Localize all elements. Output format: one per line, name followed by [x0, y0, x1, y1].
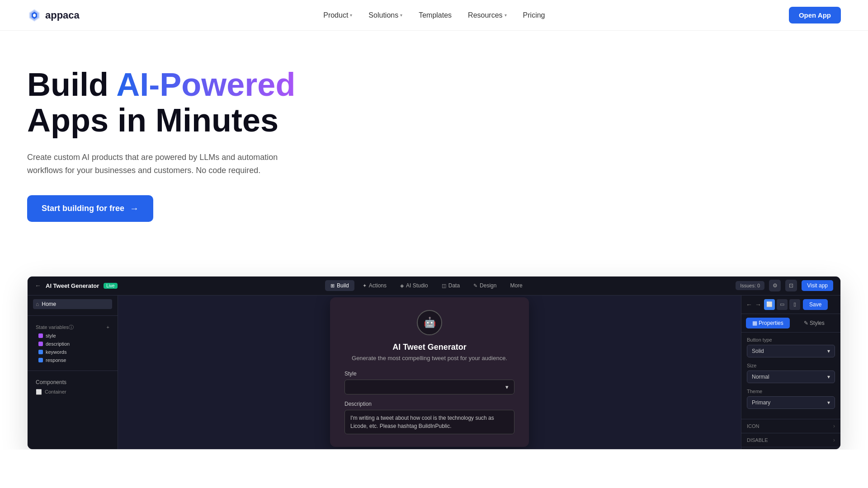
var-color-badge: [38, 358, 43, 362]
var-response[interactable]: response: [33, 356, 112, 364]
app-ui: ← AI Tweet Generator Live ⊞ Build ✦ Acti…: [28, 277, 840, 449]
tweet-gen-title: AI Tweet Generator: [344, 343, 514, 352]
sidebar-divider: [28, 315, 118, 316]
panel-row-interactions[interactable]: INTERACTIONS ›: [741, 447, 840, 449]
nav-product[interactable]: Product ▾: [323, 11, 352, 19]
app-topbar-right: Issues: 0 ⚙ ⊡ Visit app: [736, 280, 833, 291]
home-icon: ⌂: [36, 301, 39, 307]
app-tab-build[interactable]: ⊞ Build: [325, 280, 354, 291]
chevron-down-icon: ▾: [827, 399, 830, 406]
app-tab-design[interactable]: ✎ Design: [468, 280, 502, 291]
design-icon: ✎: [473, 283, 477, 289]
tweet-generator-card: 🤖 AI Tweet Generator Generate the most c…: [330, 297, 529, 447]
chevron-right-icon: ›: [833, 437, 835, 443]
description-field-label: Description: [344, 401, 514, 407]
build-icon: ⊞: [330, 283, 335, 289]
issues-counter: Issues: 0: [736, 281, 764, 290]
panel-row-icon[interactable]: ICON ›: [741, 419, 840, 433]
app-tab-data[interactable]: ◫ Data: [436, 280, 465, 291]
nav-pricing[interactable]: Pricing: [523, 11, 545, 19]
logo[interactable]: appaca: [27, 8, 80, 23]
actions-icon: ✦: [363, 283, 367, 289]
hero-subtitle: Create custom AI products that are power…: [27, 151, 298, 177]
navbar: appaca Product ▾ Solutions ▾ Templates R…: [0, 0, 868, 31]
state-vars-label: State variables ⓘ +: [33, 322, 112, 332]
panel-row-disable[interactable]: DISABLE ›: [741, 433, 840, 447]
sidebar-section-nav: ⌂ Home: [28, 296, 118, 313]
chevron-down-icon: ▾: [400, 13, 402, 18]
description-textarea[interactable]: I'm writing a tweet about how cool is th…: [344, 410, 514, 434]
app-canvas: 🤖 AI Tweet Generator Generate the most c…: [118, 296, 741, 449]
var-style[interactable]: style: [33, 332, 112, 340]
panel-view-toggles: ⬜ ▭ ▯: [764, 299, 800, 310]
button-type-label: Button type: [747, 337, 835, 343]
open-app-button[interactable]: Open App: [789, 7, 841, 23]
tweet-gen-subtitle: Generate the most compelling tweet post …: [344, 355, 514, 361]
nav-links: Product ▾ Solutions ▾ Templates Resource…: [323, 11, 545, 19]
app-sidebar: ⌂ Home State variables ⓘ + style: [28, 296, 118, 449]
logo-text: appaca: [45, 9, 80, 21]
sidebar-section-state-vars: State variables ⓘ + style description: [28, 319, 118, 368]
panel-tab-styles[interactable]: ✎ Styles: [793, 318, 836, 328]
container-icon: ⬜: [36, 389, 42, 395]
app-tab-actions[interactable]: ✦ Actions: [357, 280, 392, 291]
logo-icon: [27, 8, 42, 23]
live-badge: Live: [104, 283, 117, 289]
sidebar-section-components: Components ⬜ Container: [28, 374, 118, 400]
var-color-badge: [38, 350, 43, 354]
mobile-view-button[interactable]: ▯: [789, 299, 800, 310]
chevron-down-icon: ▾: [505, 13, 507, 18]
app-screenshot: ← AI Tweet Generator Live ⊞ Build ✦ Acti…: [27, 276, 841, 450]
settings-icon-button[interactable]: ⚙: [769, 280, 781, 291]
tablet-view-button[interactable]: ▭: [777, 299, 788, 310]
panel-tab-properties[interactable]: ▦ Properties: [746, 318, 790, 328]
layout-icon-button[interactable]: ⊡: [785, 280, 797, 291]
styles-icon: ✎: [804, 320, 808, 326]
button-type-select[interactable]: Solid ▾: [747, 345, 835, 357]
var-description[interactable]: description: [33, 340, 112, 348]
panel-forward-button[interactable]: →: [755, 301, 761, 308]
chevron-right-icon: ›: [833, 423, 835, 429]
style-field-label: Style: [344, 371, 514, 377]
app-topbar-left: ← AI Tweet Generator Live: [35, 282, 118, 289]
var-color-badge: [38, 333, 43, 338]
ai-studio-icon: ◈: [400, 283, 404, 289]
chevron-down-icon: ▾: [827, 348, 830, 354]
app-back-button[interactable]: ←: [35, 282, 41, 289]
app-topbar-center: ⊞ Build ✦ Actions ◈ AI Studio ◫ Data ✎: [325, 280, 528, 291]
hero-title: Build AI-Powered Apps in Minutes: [27, 67, 841, 138]
data-icon: ◫: [442, 283, 446, 289]
visit-app-button[interactable]: Visit app: [802, 280, 833, 291]
var-color-badge: [38, 342, 43, 346]
app-panel: ← → ⬜ ▭ ▯ Save ▦ Properties ✎: [741, 296, 840, 449]
app-tab-ai-studio[interactable]: ◈ AI Studio: [395, 280, 434, 291]
save-button[interactable]: Save: [803, 299, 828, 310]
tweet-logo-circle: 🤖: [417, 310, 442, 335]
add-variable-button[interactable]: +: [107, 324, 109, 330]
var-keywords[interactable]: keywords: [33, 348, 112, 356]
nav-templates[interactable]: Templates: [419, 11, 452, 19]
chevron-down-icon: ▾: [505, 384, 509, 390]
theme-label: Theme: [747, 389, 835, 394]
panel-back-button[interactable]: ←: [746, 301, 752, 308]
panel-tab-group: ▦ Properties ✎ Styles: [741, 314, 840, 333]
nav-resources[interactable]: Resources ▾: [468, 11, 506, 19]
app-topbar: ← AI Tweet Generator Live ⊞ Build ✦ Acti…: [28, 277, 840, 296]
nav-solutions[interactable]: Solutions ▾: [368, 11, 402, 19]
app-tab-more[interactable]: More: [505, 280, 528, 291]
style-select[interactable]: ▾: [344, 380, 514, 394]
chevron-down-icon: ▾: [827, 374, 830, 380]
sidebar-item-container[interactable]: ⬜ Container: [33, 387, 112, 397]
tweet-gen-logo: 🤖: [344, 310, 514, 335]
sidebar-divider-2: [28, 371, 118, 371]
desktop-view-button[interactable]: ⬜: [764, 299, 775, 310]
start-building-button[interactable]: Start building for free →: [27, 195, 153, 222]
properties-icon: ▦: [752, 320, 757, 326]
panel-toolbar: ← → ⬜ ▭ ▯ Save: [741, 296, 840, 314]
chevron-down-icon: ▾: [350, 13, 352, 18]
sidebar-item-home[interactable]: ⌂ Home: [33, 299, 112, 309]
theme-select[interactable]: Primary ▾: [747, 396, 835, 409]
size-select[interactable]: Normal ▾: [747, 371, 835, 383]
hero-section: Build AI-Powered Apps in Minutes Create …: [0, 31, 868, 249]
info-icon: ⓘ: [69, 324, 74, 331]
